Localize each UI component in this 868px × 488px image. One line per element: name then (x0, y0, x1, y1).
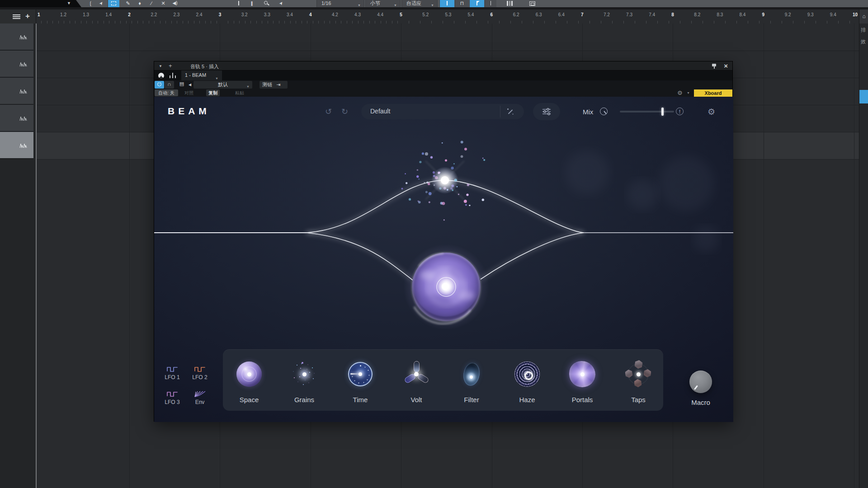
mix-slider-handle[interactable] (661, 108, 664, 116)
plugin-control-row: ∩ ▤ ◀ ▶ 默认 ▼ 测链 ⇥ (154, 80, 732, 89)
pin-icon[interactable] (712, 64, 716, 66)
module-grains[interactable]: Grains (284, 350, 325, 411)
module-space[interactable]: Space (229, 350, 269, 411)
redo-icon[interactable]: ↻ (341, 107, 348, 117)
ruler-label: 5 (400, 12, 402, 17)
sidechain-button[interactable]: 测链 ⇥ (259, 81, 288, 89)
ruler-label: 9.4 (830, 12, 836, 17)
module-time[interactable]: Time (340, 350, 381, 411)
inserts-knob-icon[interactable] (158, 73, 164, 79)
autoscroll-button[interactable] (469, 0, 484, 7)
plugin-bypass-button[interactable]: ∩ (165, 81, 174, 89)
undo-icon[interactable]: ↺ (325, 107, 332, 117)
collapse-icon[interactable]: ▼ (159, 64, 162, 68)
compare-button[interactable]: 对照 (183, 89, 195, 96)
ruler-label: 9 (762, 12, 765, 17)
track-list-menu-icon[interactable] (13, 14, 20, 19)
copy-button[interactable]: 复制 (206, 89, 220, 96)
mix-slider[interactable] (620, 111, 674, 113)
video-view-button[interactable] (526, 0, 538, 7)
lfo1-module[interactable]: LFO 1 (158, 365, 186, 380)
module-filter[interactable]: Filter (451, 350, 492, 411)
magic-wand-icon[interactable] (507, 108, 514, 115)
range-start-tool-icon[interactable]: ❲ (86, 0, 95, 7)
gear-icon[interactable]: ⚙ (677, 89, 683, 96)
magnet-snap-button[interactable]: ⊓ (455, 0, 469, 7)
star-particle-burst[interactable] (401, 141, 486, 221)
chevron-down-icon[interactable]: ▼ (67, 1, 71, 5)
browser-item[interactable]: 排 (861, 27, 866, 33)
xboard-button[interactable]: Xboard (694, 89, 732, 97)
add-insert-button[interactable]: + (169, 62, 172, 69)
alert-icon[interactable]: ! (676, 108, 684, 115)
add-track-button[interactable]: + (25, 12, 30, 21)
mix-knob-icon[interactable] (600, 108, 608, 115)
lfo3-module[interactable]: LFO 3 (158, 390, 186, 405)
env-module[interactable]: Env (186, 390, 214, 405)
range-tool-selected[interactable] (108, 0, 119, 7)
track-row-selected[interactable] (0, 132, 33, 159)
preset-list-icon[interactable]: ▤ (178, 81, 186, 89)
mixer-view-button[interactable] (504, 0, 515, 7)
browser-selected-item[interactable] (859, 90, 868, 103)
bokeh-circle (565, 150, 609, 195)
track-row[interactable] (0, 105, 33, 132)
automation-mode-chip[interactable]: 自动: 关 (155, 89, 178, 96)
mute-tool-icon[interactable]: ✕ (158, 0, 168, 7)
lfo3-wave-icon (166, 390, 178, 398)
browser-home-icon[interactable]: ⌂ (859, 9, 868, 23)
listen-tool-icon[interactable]: ◀) (170, 0, 180, 7)
track-row[interactable] (0, 78, 33, 105)
grid-mode-dropdown[interactable]: 小节 ▼ (365, 0, 401, 7)
prev-preset-button[interactable]: ◀ (187, 81, 193, 89)
plugin-slot-selector[interactable]: 1 - BEAM ▼ (181, 70, 222, 80)
split-tool-icon[interactable]: ✎ (123, 0, 133, 7)
track-row[interactable] (0, 51, 33, 78)
ruler-label: 6 (491, 12, 493, 17)
plugin-power-button[interactable] (155, 81, 164, 89)
beam-settings-gear-icon[interactable]: ⚙ (708, 107, 715, 117)
beam-logo: BEAM (168, 106, 210, 117)
ruler-label: 2.2 (151, 12, 157, 17)
module-taps[interactable]: Taps (618, 350, 659, 411)
waveform-icon (19, 89, 27, 94)
timebase-dropdown[interactable]: 自适应 ▼ (401, 0, 438, 7)
divider (500, 106, 500, 117)
browser-item[interactable]: 效 (861, 38, 866, 45)
module-portals[interactable]: Portals (562, 350, 603, 411)
automation-lines-icon[interactable]: ||| (246, 0, 256, 7)
bokeh-circle (627, 179, 658, 210)
marker-line-button[interactable] (485, 0, 496, 7)
track-row[interactable] (0, 23, 33, 51)
macro-knob[interactable] (689, 371, 712, 393)
module-label: Portals (562, 396, 603, 404)
preset-dropdown[interactable]: 默认 ▼ (193, 81, 252, 89)
timeline-ruler[interactable]: 11.21.31.422.22.32.433.23.33.444.24.34.4… (36, 9, 859, 23)
plugin-titlebar[interactable]: ▼ + 音轨 5 · 插入 × (154, 61, 732, 70)
beam-orb[interactable] (403, 244, 489, 330)
routing-icon[interactable] (170, 73, 176, 79)
paint-tool-icon[interactable]: ♦ (135, 0, 145, 7)
lfo2-module[interactable]: LFO 2 (186, 365, 214, 380)
advanced-settings-button[interactable] (533, 103, 560, 120)
ruler-label: 2.3 (173, 12, 179, 17)
close-icon[interactable]: × (724, 62, 728, 70)
ruler-label: 7 (581, 12, 584, 17)
snap-toggle-button[interactable] (439, 0, 454, 7)
beam-preset-field[interactable]: Default (361, 104, 524, 119)
hex-gem (625, 369, 633, 378)
module-haze[interactable]: Haze (507, 350, 547, 411)
grid-division-dropdown[interactable]: 1/16 ▼ (316, 0, 364, 7)
film-icon (529, 1, 535, 6)
chevron-down-icon[interactable]: ▼ (687, 91, 690, 94)
zoom-tool-icon[interactable] (261, 0, 270, 7)
event-lines-icon[interactable] (235, 0, 242, 7)
paste-button[interactable]: 粘贴 (233, 89, 246, 96)
eraser-tool-icon[interactable]: ∕ (146, 0, 156, 7)
ruler-label: 8.2 (694, 12, 700, 17)
module-volt[interactable]: Volt (396, 350, 437, 411)
grid-division-value: 1/16 (321, 0, 331, 6)
hex-gem (643, 369, 651, 377)
marquee-icon (111, 1, 116, 5)
ruler-label: 9.3 (807, 12, 814, 17)
